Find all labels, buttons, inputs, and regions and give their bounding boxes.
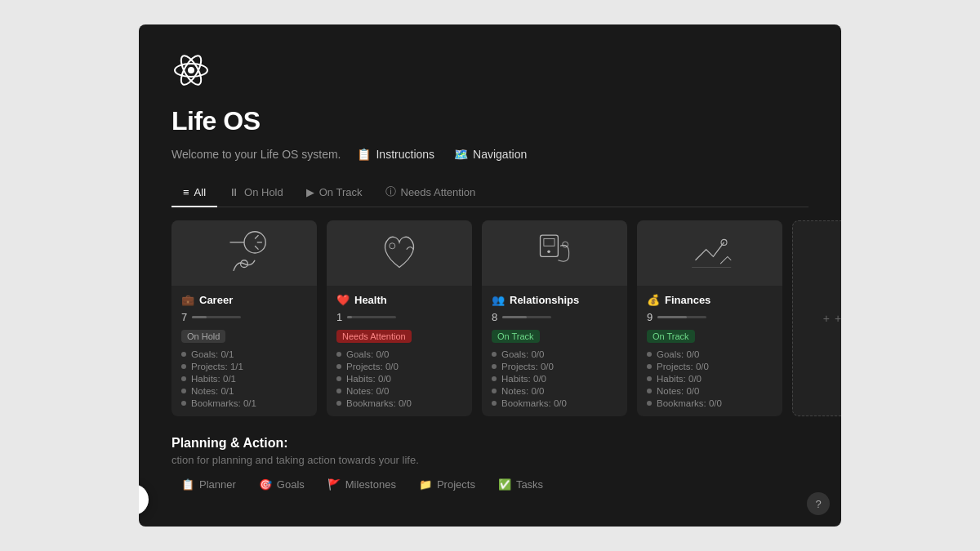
instructions-link[interactable]: 📋 Instructions [354, 146, 438, 162]
tab-projects[interactable]: 📁 Projects [409, 474, 485, 495]
habits-dot [647, 376, 652, 381]
rel-notes: Notes: 0/0 [492, 386, 617, 396]
goals-icon: 🎯 [259, 478, 272, 491]
relationships-count-bar [502, 316, 551, 318]
finances-status-badge: On Track [647, 330, 695, 343]
svg-point-13 [547, 251, 550, 254]
svg-rect-12 [544, 239, 555, 247]
projects-dot [647, 364, 652, 369]
bookmarks-dot [336, 401, 341, 406]
bookmarks-dot [181, 401, 186, 406]
relationships-card-image [482, 220, 627, 286]
relationships-status-badge: On Track [492, 330, 540, 343]
career-stats: Goals: 0/1 Projects: 1/1 Habits: 0/1 [181, 349, 307, 408]
tab-on-hold[interactable]: ⏸ On Hold [217, 180, 295, 207]
all-icon: ≡ [183, 186, 189, 198]
fin-habits: Habits: 0/0 [647, 374, 773, 384]
page-title: Life OS [172, 106, 808, 136]
relationships-card-header: 👥 Relationships [492, 294, 617, 306]
svg-line-9 [255, 246, 258, 249]
health-projects: Projects: 0/0 [336, 362, 462, 371]
fin-bookmarks: Bookmarks: 0/0 [647, 398, 773, 408]
add-new-card[interactable]: + + New [792, 220, 841, 416]
relationships-stats: Goals: 0/0 Projects: 0/0 Habits: 0/0 [492, 349, 617, 408]
add-icon: + [823, 312, 830, 325]
help-button[interactable]: ? [807, 492, 830, 515]
fin-projects: Projects: 0/0 [647, 362, 773, 371]
finances-card[interactable]: 💰 Finances 9 On Track Goals: 0/0 [637, 220, 782, 416]
finances-count-row: 9 [647, 311, 773, 323]
career-habits: Habits: 0/1 [181, 374, 307, 384]
career-card-body: 💼 Career 7 On Hold Goals: 0/1 [172, 286, 317, 416]
tasks-icon: ✅ [498, 478, 511, 491]
finances-stats: Goals: 0/0 Projects: 0/0 Habits: 0/0 [647, 349, 773, 408]
tab-planner[interactable]: 📋 Planner [172, 474, 246, 495]
health-icon: ❤️ [336, 294, 350, 306]
tab-all[interactable]: ≡ All [172, 180, 217, 207]
notes-dot [181, 389, 186, 393]
health-title: Health [354, 294, 387, 306]
finances-card-header: 💰 Finances [647, 294, 773, 306]
health-count: 1 [336, 311, 342, 323]
health-habits: Habits: 0/0 [336, 374, 462, 384]
finances-card-image [637, 220, 782, 286]
health-card-body: ❤️ Health 1 Needs Attention Goals: 0/0 [327, 286, 472, 416]
rel-projects: Projects: 0/0 [492, 362, 617, 371]
svg-line-7 [255, 235, 258, 238]
career-count-row: 7 [181, 311, 307, 323]
career-projects: Projects: 1/1 [181, 362, 307, 371]
career-card-header: 💼 Career [181, 294, 307, 306]
relationships-card-body: 👥 Relationships 8 On Track Goals: 0/0 [482, 286, 627, 416]
health-card[interactable]: ❤️ Health 1 Needs Attention Goals: 0/0 [327, 220, 472, 416]
notes-dot [336, 389, 341, 393]
health-count-bar [347, 316, 396, 318]
health-bookmarks: Bookmarks: 0/0 [336, 398, 462, 408]
career-card-image [172, 220, 317, 286]
filter-tabs: ≡ All ⏸ On Hold ▶ On Track ⓘ Needs Atten… [172, 179, 808, 207]
relationships-icon: 👥 [492, 294, 505, 306]
relationships-count-row: 8 [492, 311, 617, 323]
navigation-link[interactable]: 🗺️ Navigation [451, 146, 530, 162]
projects-dot [336, 364, 341, 369]
health-count-row: 1 [336, 311, 462, 323]
planner-icon: 📋 [181, 478, 194, 491]
navigation-icon: 🗺️ [454, 148, 468, 161]
notes-dot [647, 389, 652, 393]
health-card-header: ❤️ Health [336, 294, 462, 306]
projects-dot [181, 364, 186, 369]
react-logo-icon [172, 51, 211, 90]
career-status-badge: On Hold [181, 330, 225, 343]
relationships-card[interactable]: 👥 Relationships 8 On Track Goals: 0/0 [482, 220, 627, 416]
rel-goals: Goals: 0/0 [492, 349, 617, 359]
logo-area [172, 51, 808, 93]
svg-point-4 [244, 232, 265, 253]
health-goals: Goals: 0/0 [336, 349, 462, 359]
planning-title: Planning & Action: [172, 436, 808, 451]
finances-icon: 💰 [647, 294, 660, 306]
attention-icon: ⓘ [385, 184, 396, 199]
svg-point-0 [188, 67, 194, 73]
finances-count-bar [657, 316, 706, 318]
relationships-title: Relationships [510, 294, 579, 306]
track-icon: ▶ [306, 186, 314, 198]
finances-card-body: 💰 Finances 9 On Track Goals: 0/0 [637, 286, 782, 416]
tab-needs-attention[interactable]: ⓘ Needs Attention [374, 180, 488, 207]
career-count: 7 [181, 311, 187, 323]
cards-grid: 💼 Career 7 On Hold Goals: 0/1 [172, 220, 808, 416]
add-label: + New [835, 312, 841, 325]
tab-on-track[interactable]: ▶ On Track [295, 180, 374, 207]
projects-icon: 📁 [419, 478, 432, 491]
bottom-tabs: 📋 Planner 🎯 Goals 🚩 Milestones 📁 Project… [172, 474, 808, 495]
career-count-bar [192, 316, 241, 318]
help-label: ? [815, 498, 821, 510]
tab-milestones[interactable]: 🚩 Milestones [318, 474, 406, 495]
tab-tasks[interactable]: ✅ Tasks [488, 474, 553, 495]
career-notes: Notes: 0/1 [181, 386, 307, 396]
finances-title: Finances [665, 294, 710, 306]
tab-goals[interactable]: 🎯 Goals [249, 474, 314, 495]
rel-bookmarks: Bookmarks: 0/0 [492, 398, 617, 408]
career-card[interactable]: 💼 Career 7 On Hold Goals: 0/1 [172, 220, 317, 416]
planning-section: Planning & Action: ction for planning an… [172, 436, 808, 495]
health-card-image [327, 220, 472, 286]
projects-dot [492, 364, 497, 369]
